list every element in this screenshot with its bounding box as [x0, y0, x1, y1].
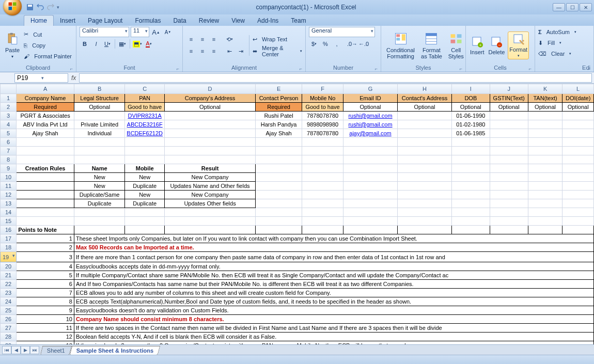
point-text[interactable]: Boolean field accepts Y-N, And if cell i… — [74, 333, 593, 341]
point-text[interactable]: If there are two spaces in the Contact n… — [74, 324, 593, 333]
ribbon-tab-view[interactable]: View — [225, 15, 251, 26]
data-cell[interactable] — [165, 120, 256, 129]
row-header-23[interactable]: 23 — [1, 289, 17, 297]
data-cell[interactable]: Private Limited — [74, 120, 124, 129]
data-cell[interactable] — [397, 112, 451, 120]
point-number[interactable]: 8 — [17, 297, 74, 306]
col-header-H[interactable]: H — [397, 84, 451, 94]
data-cell[interactable]: ABV India Pvt Ltd — [17, 120, 74, 129]
points-title[interactable]: Points to Note — [17, 226, 74, 234]
requirement-cell[interactable]: Optional — [165, 103, 256, 112]
rules-cell[interactable]: New — [74, 182, 124, 191]
merge-center-button[interactable]: ⬌ Merge & Center ▾ — [253, 46, 302, 56]
point-number[interactable]: 3 — [17, 252, 74, 262]
cell[interactable] — [562, 155, 594, 164]
row-header-17[interactable]: 17 — [1, 234, 17, 243]
borders-button[interactable]: ▦▾ — [117, 39, 128, 49]
row-header-29[interactable]: 29 — [1, 341, 17, 345]
cell[interactable] — [343, 208, 398, 217]
cell[interactable] — [125, 226, 165, 234]
point-text[interactable]: If there are more than 1 contact person … — [74, 252, 593, 262]
cell[interactable] — [256, 217, 302, 226]
cell[interactable] — [490, 164, 528, 173]
cell[interactable] — [490, 208, 528, 217]
cell[interactable] — [490, 138, 528, 147]
cell[interactable] — [562, 173, 594, 182]
point-number[interactable]: 12 — [17, 333, 74, 341]
autosum-button[interactable]: Σ AutoSum ▾ — [538, 27, 576, 37]
align-right-button[interactable]: ≡ — [209, 46, 219, 56]
row-header-22[interactable]: 22 — [1, 280, 17, 289]
requirement-cell[interactable]: Optional — [74, 103, 124, 112]
col-header-D[interactable]: D — [165, 84, 256, 94]
cell[interactable] — [452, 173, 490, 182]
cell[interactable] — [165, 138, 256, 147]
cell[interactable] — [74, 147, 124, 155]
cell[interactable] — [562, 164, 594, 173]
data-cell[interactable]: 01-06-1990 — [452, 112, 490, 120]
cell[interactable] — [165, 208, 256, 217]
table-header-cell[interactable]: DOB — [452, 94, 490, 103]
cell[interactable] — [125, 155, 165, 164]
conditional-formatting-button[interactable]: Conditional Formatting — [384, 30, 417, 60]
data-cell[interactable]: Ajay Shah — [256, 129, 302, 138]
cell[interactable] — [165, 226, 256, 234]
row-header-12[interactable]: 12 — [1, 191, 17, 199]
worksheet-area[interactable]: ABCDEFGHIJKL1Company NameLegal Structure… — [0, 84, 594, 344]
insert-cells-button[interactable]: +Insert — [469, 35, 486, 56]
data-cell[interactable] — [490, 120, 528, 129]
row-header-10[interactable]: 10 — [1, 173, 17, 182]
cell[interactable] — [562, 226, 594, 234]
rules-cell[interactable]: New Company — [165, 173, 256, 182]
table-header-cell[interactable]: Company's Address — [165, 94, 256, 103]
row-header-9[interactable]: 9 — [1, 164, 17, 173]
row-header-16[interactable]: 16 — [1, 226, 17, 234]
cell[interactable] — [528, 208, 562, 217]
paste-button[interactable]: Paste ▾ — [3, 30, 22, 60]
cell[interactable] — [256, 191, 302, 199]
row-header-11[interactable]: 11 — [1, 182, 17, 191]
cell[interactable] — [397, 217, 451, 226]
ribbon-tab-formulas[interactable]: Formulas — [129, 15, 167, 26]
minimize-button[interactable]: — — [553, 3, 565, 11]
cell[interactable] — [125, 217, 165, 226]
data-cell[interactable] — [490, 129, 528, 138]
cell[interactable] — [256, 155, 302, 164]
rules-cell[interactable]: New — [125, 173, 165, 182]
data-cell[interactable] — [562, 112, 594, 120]
ribbon-tab-insert[interactable]: Insert — [54, 15, 82, 26]
cell[interactable] — [17, 138, 74, 147]
data-cell[interactable]: 9898098980 — [302, 120, 343, 129]
cell[interactable] — [452, 226, 490, 234]
sheet-tab-sheet1[interactable]: Sheet1 — [40, 346, 72, 355]
row-header-6[interactable]: 6 — [1, 138, 17, 147]
row-header-21[interactable]: 21 — [1, 271, 17, 280]
row-header-4[interactable]: 4 — [1, 120, 17, 129]
requirement-cell[interactable]: Optional — [490, 103, 528, 112]
table-header-cell[interactable]: Company Name — [17, 94, 74, 103]
cell[interactable] — [17, 217, 74, 226]
wrap-text-button[interactable]: ↩ Wrap Text — [253, 34, 302, 44]
cell[interactable] — [397, 138, 451, 147]
rules-cell[interactable]: Duplicate/Same — [74, 191, 124, 199]
point-text[interactable]: Easycloudbooks accepts date in dd-mm-yyy… — [74, 262, 593, 271]
table-header-cell[interactable]: Contact's Address — [397, 94, 451, 103]
cell[interactable] — [452, 217, 490, 226]
rules-cell[interactable]: Updates Name and Other fields — [165, 182, 256, 191]
cell[interactable] — [490, 147, 528, 155]
cell[interactable] — [74, 217, 124, 226]
col-header-B[interactable]: B — [74, 84, 124, 94]
cell[interactable] — [397, 147, 451, 155]
data-cell[interactable]: BCDEF6212D — [125, 129, 165, 138]
decrease-decimal-button[interactable]: ←.0 — [358, 39, 369, 49]
cell[interactable] — [302, 155, 343, 164]
col-header-L[interactable]: L — [562, 84, 594, 94]
cell-styles-button[interactable]: Cell Styles — [446, 30, 466, 60]
cell[interactable] — [490, 182, 528, 191]
cell[interactable] — [562, 217, 594, 226]
row-header-26[interactable]: 26 — [1, 315, 17, 324]
ribbon-tab-page-layout[interactable]: Page Layout — [82, 15, 129, 26]
row-header-20[interactable]: 20 — [1, 262, 17, 271]
cell[interactable] — [343, 147, 398, 155]
cell[interactable] — [397, 164, 451, 173]
